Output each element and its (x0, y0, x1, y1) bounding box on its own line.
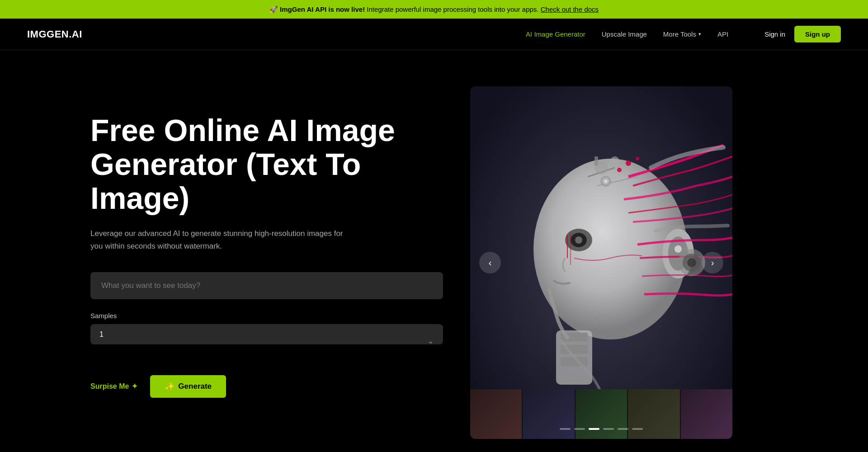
hero-title: Free Online AI Image Generator (Text To … (90, 113, 443, 215)
chevron-left-icon: ‹ (489, 258, 492, 268)
generate-icon: ✨ (165, 381, 175, 391)
thumbnail-5[interactable] (681, 389, 732, 439)
samples-select[interactable]: 1 2 3 4 (90, 324, 443, 344)
nav-api[interactable]: API (717, 30, 728, 38)
svg-point-24 (610, 156, 619, 165)
carousel-prev-button[interactable]: ‹ (479, 252, 501, 273)
nav-upscale-image[interactable]: Upscale Image (602, 30, 647, 38)
hero-subtitle: Leverage our advanced AI to generate stu… (90, 227, 353, 252)
action-row: Surpise Me ✦ ✨ Generate (90, 375, 443, 398)
thumbnail-4[interactable] (628, 389, 679, 439)
carousel-dots (560, 428, 643, 430)
prompt-input[interactable] (90, 272, 443, 299)
hero-right: ‹ › (470, 86, 732, 439)
thumbnail-1[interactable] (470, 389, 522, 439)
sign-in-button[interactable]: Sign in (764, 30, 785, 38)
svg-point-12 (604, 180, 607, 183)
surprise-button[interactable]: Surpise Me ✦ (90, 382, 137, 391)
announcement-link[interactable]: Check out the docs (541, 5, 599, 13)
carousel-container: ‹ › (470, 86, 732, 439)
svg-point-4 (575, 236, 582, 244)
chevron-right-icon: › (711, 258, 714, 268)
thumbnail-3[interactable] (576, 389, 627, 439)
hero-section: Free Online AI Image Generator (Text To … (0, 50, 868, 452)
navbar: IMGGEN.AI AI Image Generator Upscale Ima… (0, 19, 868, 50)
chevron-down-icon: ▾ (698, 31, 701, 37)
logo[interactable]: IMGGEN.AI (27, 28, 82, 40)
samples-label: Samples (90, 312, 443, 320)
svg-point-22 (687, 258, 696, 267)
svg-point-13 (626, 160, 631, 166)
carousel-dot-1[interactable] (560, 428, 571, 430)
announcement-body: Integrate powerful image processing tool… (367, 5, 540, 13)
announcement-banner: 🚀 ImgGen AI API is now live! Integrate p… (0, 0, 868, 19)
nav-links: AI Image Generator Upscale Image More To… (526, 30, 728, 38)
sign-up-button[interactable]: Sign up (794, 26, 841, 42)
announcement-emoji: 🚀 (269, 5, 278, 13)
surprise-label: Surpise Me (90, 382, 129, 391)
announcement-bold: ImgGen AI API is now live! (280, 5, 365, 13)
samples-section: Samples 1 2 3 4 (90, 312, 443, 359)
carousel-next-button[interactable]: › (702, 252, 723, 273)
carousel-dot-4[interactable] (603, 428, 614, 430)
carousel-dot-6[interactable] (632, 428, 643, 430)
samples-select-wrapper: 1 2 3 4 (90, 324, 443, 359)
carousel-dot-5[interactable] (618, 428, 628, 430)
svg-point-7 (675, 245, 682, 253)
generate-button[interactable]: ✨ Generate (150, 375, 226, 398)
thumbnail-2[interactable] (523, 389, 574, 439)
robot-illustration (470, 86, 732, 439)
nav-more-tools[interactable]: More Tools ▾ (663, 30, 701, 38)
carousel-dot-3[interactable] (589, 428, 599, 430)
svg-point-14 (636, 157, 639, 160)
svg-rect-25 (594, 156, 598, 165)
hero-left: Free Online AI Image Generator (Text To … (90, 77, 443, 398)
nav-auth: Sign in Sign up (764, 26, 841, 42)
generate-label: Generate (178, 382, 212, 391)
carousel-dot-2[interactable] (574, 428, 585, 430)
sparkle-icon: ✦ (132, 382, 137, 391)
svg-point-15 (617, 168, 622, 172)
thumbnail-strip (470, 389, 732, 439)
nav-ai-image-generator[interactable]: AI Image Generator (526, 30, 585, 38)
